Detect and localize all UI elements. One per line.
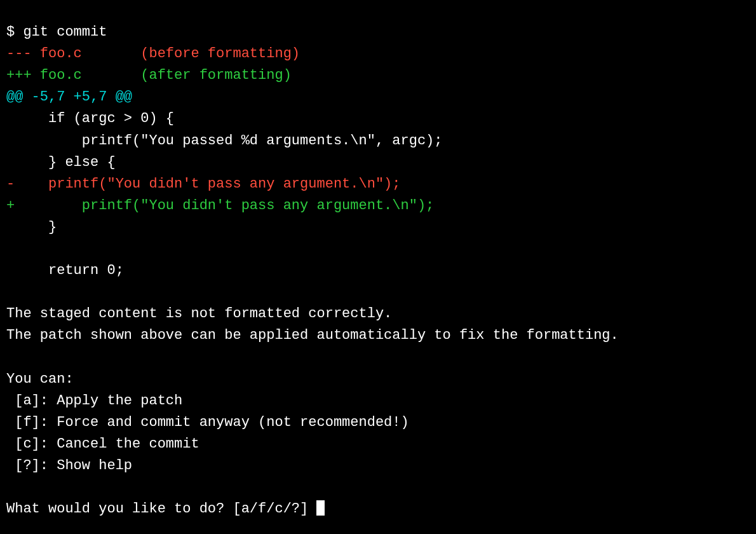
diff-context-line: printf("You passed %d arguments.\n", arg… xyxy=(6,133,443,149)
diff-context-line xyxy=(6,241,15,257)
option-help: [?]: Show help xyxy=(6,458,132,474)
diff-removed-line: - printf("You didn't pass any argument.\… xyxy=(6,176,401,192)
command-text: git commit xyxy=(23,24,107,40)
diff-context-line: } xyxy=(6,219,57,235)
prompt-question: What would you like to do? [a/f/c/?] xyxy=(6,501,316,517)
cursor-icon[interactable] xyxy=(316,500,325,516)
diff-context-line: if (argc > 0) { xyxy=(6,111,174,127)
diff-minus-header: --- foo.c (before formatting) xyxy=(6,46,300,62)
options-intro: You can: xyxy=(6,371,74,387)
shell-prompt: $ xyxy=(6,24,23,40)
status-message: The patch shown above can be applied aut… xyxy=(6,327,619,343)
diff-context-line: return 0; xyxy=(6,263,124,278)
option-cancel: [c]: Cancel the commit xyxy=(6,436,199,452)
diff-added-line: + printf("You didn't pass any argument.\… xyxy=(6,198,434,214)
diff-hunk-header: @@ -5,7 +5,7 @@ xyxy=(6,89,132,105)
diff-plus-header: +++ foo.c (after formatting) xyxy=(6,67,292,83)
terminal-output: $ git commit --- foo.c (before formattin… xyxy=(6,0,750,520)
option-apply: [a]: Apply the patch xyxy=(6,393,182,409)
status-message: The staged content is not formatted corr… xyxy=(6,306,392,322)
option-force: [f]: Force and commit anyway (not recomm… xyxy=(6,414,409,430)
diff-context-line: } else { xyxy=(6,154,116,170)
